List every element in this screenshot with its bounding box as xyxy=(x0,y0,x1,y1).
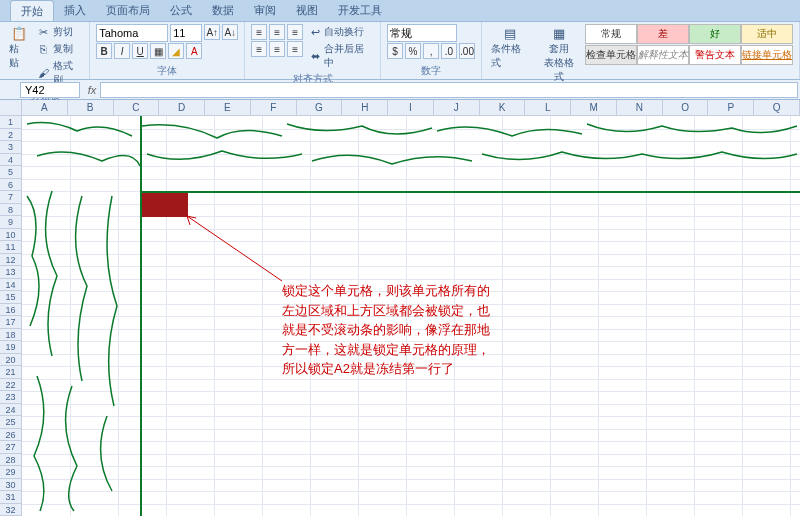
row-header[interactable]: 16 xyxy=(0,304,21,317)
row-header[interactable]: 4 xyxy=(0,154,21,167)
wrap-text-button[interactable]: ↩自动换行 xyxy=(307,24,374,40)
dec-decimal-button[interactable]: .00 xyxy=(459,43,475,59)
style-常规[interactable]: 常规 xyxy=(585,24,637,44)
col-header[interactable]: H xyxy=(342,100,388,116)
col-header[interactable]: A xyxy=(22,100,68,116)
bold-button[interactable]: B xyxy=(96,43,112,59)
row-header[interactable]: 1 xyxy=(0,116,21,129)
fx-icon[interactable]: fx xyxy=(84,84,100,96)
tab-数据[interactable]: 数据 xyxy=(202,0,244,21)
row-header[interactable]: 14 xyxy=(0,279,21,292)
row-header[interactable]: 13 xyxy=(0,266,21,279)
style-警告文本[interactable]: 警告文本 xyxy=(689,45,741,65)
align-top-button[interactable]: ≡ xyxy=(251,24,267,40)
col-header[interactable]: C xyxy=(114,100,160,116)
tab-插入[interactable]: 插入 xyxy=(54,0,96,21)
border-button[interactable]: ▦ xyxy=(150,43,166,59)
name-box[interactable] xyxy=(20,82,80,98)
style-gallery[interactable]: 常规差好适中检查单元格解释性文本警告文本链接单元格 xyxy=(585,24,793,65)
merge-button[interactable]: ⬌合并后居中 xyxy=(307,41,374,71)
row-header[interactable]: 2 xyxy=(0,129,21,142)
col-header[interactable]: Q xyxy=(754,100,800,116)
row-header[interactable]: 6 xyxy=(0,179,21,192)
comma-button[interactable]: , xyxy=(423,43,439,59)
col-header[interactable]: B xyxy=(68,100,114,116)
col-header[interactable]: F xyxy=(251,100,297,116)
fill-color-button[interactable]: ◢ xyxy=(168,43,184,59)
paste-button[interactable]: 📋粘贴 xyxy=(6,24,32,71)
row-header[interactable]: 29 xyxy=(0,466,21,479)
row-header[interactable]: 24 xyxy=(0,404,21,417)
row-header[interactable]: 19 xyxy=(0,341,21,354)
row-header[interactable]: 17 xyxy=(0,316,21,329)
align-center-button[interactable]: ≡ xyxy=(269,41,285,57)
font-size-select[interactable] xyxy=(170,24,202,42)
row-header[interactable]: 3 xyxy=(0,141,21,154)
row-header[interactable]: 10 xyxy=(0,229,21,242)
style-好[interactable]: 好 xyxy=(689,24,741,44)
align-right-button[interactable]: ≡ xyxy=(287,41,303,57)
row-header[interactable]: 15 xyxy=(0,291,21,304)
table-format-button[interactable]: ▦套用 表格格式 xyxy=(537,24,581,85)
copy-button[interactable]: ⎘复制 xyxy=(36,41,83,57)
grow-font-button[interactable]: A↑ xyxy=(204,24,220,40)
cell-grid[interactable]: 锁定这个单元格，则该单元格所有的左边区域和上方区域都会被锁定，也就是不受滚动条的… xyxy=(22,116,800,516)
col-header[interactable]: E xyxy=(205,100,251,116)
row-header[interactable]: 21 xyxy=(0,366,21,379)
shrink-font-button[interactable]: A↓ xyxy=(222,24,238,40)
row-header[interactable]: 23 xyxy=(0,391,21,404)
underline-button[interactable]: U xyxy=(132,43,148,59)
number-format-select[interactable] xyxy=(387,24,457,42)
percent-button[interactable]: % xyxy=(405,43,421,59)
col-header[interactable]: O xyxy=(663,100,709,116)
row-header[interactable]: 26 xyxy=(0,429,21,442)
style-链接单元格[interactable]: 链接单元格 xyxy=(741,45,793,65)
row-header[interactable]: 8 xyxy=(0,204,21,217)
select-all-corner[interactable] xyxy=(0,100,22,116)
row-header[interactable]: 9 xyxy=(0,216,21,229)
row-header[interactable]: 31 xyxy=(0,491,21,504)
row-header[interactable]: 18 xyxy=(0,329,21,342)
row-header[interactable]: 25 xyxy=(0,416,21,429)
row-header[interactable]: 12 xyxy=(0,254,21,267)
col-header[interactable]: P xyxy=(708,100,754,116)
col-header[interactable]: J xyxy=(434,100,480,116)
row-header[interactable]: 32 xyxy=(0,504,21,517)
inc-decimal-button[interactable]: .0 xyxy=(441,43,457,59)
tab-开发工具[interactable]: 开发工具 xyxy=(328,0,392,21)
style-差[interactable]: 差 xyxy=(637,24,689,44)
style-检查单元格[interactable]: 检查单元格 xyxy=(585,45,637,65)
tab-审阅[interactable]: 审阅 xyxy=(244,0,286,21)
style-解释性文本[interactable]: 解释性文本 xyxy=(637,45,689,65)
tab-公式[interactable]: 公式 xyxy=(160,0,202,21)
col-header[interactable]: G xyxy=(297,100,343,116)
row-header[interactable]: 5 xyxy=(0,166,21,179)
font-name-select[interactable] xyxy=(96,24,168,42)
col-header[interactable]: M xyxy=(571,100,617,116)
tab-开始[interactable]: 开始 xyxy=(10,0,54,21)
font-color-button[interactable]: A xyxy=(186,43,202,59)
row-header[interactable]: 22 xyxy=(0,379,21,392)
italic-button[interactable]: I xyxy=(114,43,130,59)
row-header[interactable]: 11 xyxy=(0,241,21,254)
col-header[interactable]: I xyxy=(388,100,434,116)
cut-button[interactable]: ✂剪切 xyxy=(36,24,83,40)
tab-视图[interactable]: 视图 xyxy=(286,0,328,21)
align-left-button[interactable]: ≡ xyxy=(251,41,267,57)
tab-页面布局[interactable]: 页面布局 xyxy=(96,0,160,21)
row-header[interactable]: 27 xyxy=(0,441,21,454)
col-header[interactable]: N xyxy=(617,100,663,116)
formula-bar[interactable] xyxy=(100,82,798,98)
col-header[interactable]: D xyxy=(159,100,205,116)
col-header[interactable]: K xyxy=(480,100,526,116)
row-header[interactable]: 20 xyxy=(0,354,21,367)
conditional-format-button[interactable]: ▤条件格式 xyxy=(488,24,532,71)
align-mid-button[interactable]: ≡ xyxy=(269,24,285,40)
row-header[interactable]: 7 xyxy=(0,191,21,204)
row-header[interactable]: 28 xyxy=(0,454,21,467)
col-header[interactable]: L xyxy=(525,100,571,116)
currency-button[interactable]: $ xyxy=(387,43,403,59)
row-header[interactable]: 30 xyxy=(0,479,21,492)
align-bot-button[interactable]: ≡ xyxy=(287,24,303,40)
style-适中[interactable]: 适中 xyxy=(741,24,793,44)
